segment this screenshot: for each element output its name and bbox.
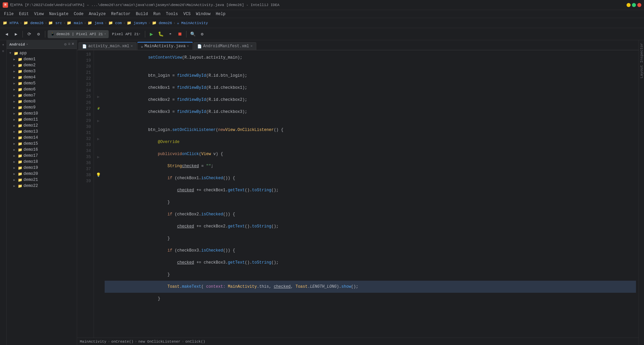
editor-breadcrumb: MainActivity › onCreate() › new OnClickL… <box>77 338 639 345</box>
sync-button[interactable]: ⟳ <box>25 30 33 38</box>
settings2-button[interactable]: ⚙ <box>198 30 206 38</box>
breadcrumb-htpa[interactable]: 📁 HTPA <box>3 21 18 25</box>
code-line-36: checked += checkBox3.getText().toString(… <box>105 257 636 269</box>
favorites-icon[interactable]: ★ <box>0 42 6 48</box>
tab-close-androidmanifest[interactable]: × <box>251 44 253 48</box>
menu-item-help[interactable]: Help <box>213 11 228 17</box>
tab-androidmanifest-xml[interactable]: 📄 AndroidManifest.xml × <box>194 42 256 50</box>
nav-bar: 📁 HTPA › 📁 demo26 › 📁 src › 📁 main › 📁 j… <box>0 18 644 28</box>
code-content[interactable]: setContentView(R.layout.activity_main); … <box>102 50 639 338</box>
tab-activity-main-xml[interactable]: 📄 activity_main.xml × <box>78 42 137 50</box>
left-sidebar-icons: ★ ≡ <box>0 40 7 345</box>
menu-item-window[interactable]: Window <box>193 11 213 17</box>
close-project-icon[interactable]: × <box>72 42 74 47</box>
menu-item-navigate[interactable]: Navigate <box>46 11 71 17</box>
project-header: Android ▾ ⚙ ≡ × <box>7 40 77 49</box>
breadcrumb-listener[interactable]: new OnClickListener <box>138 340 180 344</box>
run-button[interactable]: ▶ <box>148 30 156 38</box>
menu-item-vcs[interactable]: VCS <box>181 11 194 17</box>
menu-item-refactor[interactable]: Refactor <box>108 11 133 17</box>
tree-item-demo19[interactable]: ▶ 📁 demo19 <box>7 165 77 171</box>
project-tree: ▼ 📁 app ▶ 📁 demo1 ▶ 📁 demo2 ▶ 📁 demo3 ▶ <box>7 49 77 345</box>
maximize-button[interactable] <box>632 3 636 7</box>
menu-item-tools[interactable]: Tools <box>163 11 181 17</box>
tree-item-demo22[interactable]: ▶ 📁 demo22 <box>7 183 77 189</box>
menu-item-edit[interactable]: Edit <box>16 11 32 17</box>
search-everywhere-button[interactable]: 🔍 <box>189 30 197 38</box>
code-line-21: checkBox1 = findViewById(R.id.checkbox1)… <box>105 82 636 94</box>
tree-item-demo8[interactable]: ▶ 📁 demo8 <box>7 98 77 105</box>
menu-item-analyze[interactable]: Analyze <box>86 11 108 17</box>
tree-item-demo18[interactable]: ▶ 📁 demo18 <box>7 159 77 165</box>
tab-close-activity-main[interactable]: × <box>130 44 133 48</box>
breadcrumb-demo26b[interactable]: 📁 demo26 <box>152 21 172 25</box>
code-line-37: } <box>105 269 636 281</box>
tree-item-demo7[interactable]: ▶ 📁 demo7 <box>7 92 77 98</box>
tree-item-demo14[interactable]: ▶ 📁 demo14 <box>7 135 77 141</box>
debug-button[interactable]: 🐛 <box>157 30 165 38</box>
menu-item-run[interactable]: Run <box>151 11 163 17</box>
stop-button[interactable]: ⏹ <box>176 30 184 38</box>
code-line-30: checked += checkBox1.getText().toString(… <box>105 184 636 196</box>
tree-item-demo2[interactable]: ▶ 📁 demo2 <box>7 62 77 68</box>
tab-close-mainactivity[interactable]: × <box>187 44 189 48</box>
code-line-18: setContentView(R.layout.activity_main); <box>105 52 636 64</box>
breadcrumb-main[interactable]: 📁 main <box>67 21 83 25</box>
structure-icon[interactable]: ≡ <box>0 48 6 54</box>
menu-item-build[interactable]: Build <box>133 11 151 17</box>
line-numbers: 18 19 20 21 22 23 24 25 26 27 28 29 30 3… <box>77 50 94 338</box>
tree-item-demo16[interactable]: ▶ 📁 demo16 <box>7 147 77 153</box>
tree-item-demo13[interactable]: ▶ 📁 demo13 <box>7 129 77 135</box>
breadcrumb-demo26[interactable]: 📁 demo26 <box>23 21 44 25</box>
tree-item-app[interactable]: ▼ 📁 app <box>7 50 77 56</box>
tree-item-demo9[interactable]: ▶ 📁 demo9 <box>7 105 77 111</box>
breadcrumb-onclick[interactable]: onClick() <box>185 340 205 344</box>
close-button[interactable] <box>637 3 641 7</box>
code-line-35: if (checkBox3.isChecked()) { <box>105 245 636 257</box>
code-line-25: btn_login.setOnClickListener(new View.On… <box>105 124 636 136</box>
breadcrumb-com[interactable]: 📁 com <box>108 21 122 25</box>
menu-item-file[interactable]: File <box>1 11 16 17</box>
code-gutter: ▷ ● ⚙ ▷ ▷ ▷ 💡 <box>94 50 102 338</box>
tree-item-demo15[interactable]: ▶ 📁 demo15 <box>7 141 77 147</box>
code-line-32: if (checkBox2.isChecked()) { <box>105 208 636 220</box>
gear-icon[interactable]: ⚙ <box>64 42 66 47</box>
tree-item-demo3[interactable]: ▶ 📁 demo3 <box>7 68 77 74</box>
forward-button[interactable]: ▶ <box>12 30 20 38</box>
window-controls[interactable] <box>627 3 641 7</box>
breadcrumb-classname[interactable]: MainActivity <box>80 340 106 344</box>
back-button[interactable]: ◀ <box>3 30 11 38</box>
breadcrumb-mainactivity[interactable]: ☕ MainActivity <box>177 21 208 25</box>
coverage-button[interactable]: ☂ <box>166 30 174 38</box>
code-line-39: } <box>105 293 636 305</box>
breadcrumb-jasmyn[interactable]: 📁 jasmyn <box>127 21 147 25</box>
layout-inspector-tab[interactable]: Layout Inspector <box>639 40 644 81</box>
java-file-icon: ☕ <box>141 44 143 49</box>
tree-item-demo1[interactable]: ▶ 📁 demo1 <box>7 56 77 62</box>
breadcrumb-oncreate[interactable]: onCreate() <box>111 340 133 344</box>
tree-item-demo21[interactable]: ▶ 📁 demo21 <box>7 177 77 183</box>
tree-item-demo5[interactable]: ▶ 📁 demo5 <box>7 80 77 86</box>
settings-project-icon[interactable]: ≡ <box>68 42 70 47</box>
tree-item-demo20[interactable]: ▶ 📁 demo20 <box>7 171 77 177</box>
tree-item-demo6[interactable]: ▶ 📁 demo6 <box>7 86 77 92</box>
code-line-27: public void onClick(View v) { <box>105 148 636 160</box>
tab-mainactivity-java[interactable]: ☕ MainActivity.java × <box>137 42 193 50</box>
minimize-button[interactable] <box>627 3 631 7</box>
tree-item-demo11[interactable]: ▶ 📁 demo11 <box>7 117 77 123</box>
tree-item-demo10[interactable]: ▶ 📁 demo10 <box>7 111 77 117</box>
menu-item-code[interactable]: Code <box>71 11 86 17</box>
code-line-31: } <box>105 196 636 208</box>
menu-item-view[interactable]: View <box>32 11 47 17</box>
tree-item-demo12[interactable]: ▶ 📁 demo12 <box>7 123 77 129</box>
tree-item-demo4[interactable]: ▶ 📁 demo4 <box>7 74 77 80</box>
breadcrumb-java[interactable]: 📁 java <box>88 21 103 25</box>
code-line-29: if (checkBox1.isChecked()) { <box>105 172 636 184</box>
code-line-24 <box>105 118 636 124</box>
breadcrumb-src[interactable]: 📁 src <box>48 21 62 25</box>
settings-button[interactable]: ⚙ <box>35 30 43 38</box>
run-config-selector[interactable]: 📱 demo26 | Pixel API 21 ▾ <box>48 30 109 38</box>
tree-item-demo17[interactable]: ▶ 📁 demo17 <box>7 153 77 159</box>
code-line-22: checkBox2 = findViewById(R.id.checkbox2)… <box>105 94 636 106</box>
device-selector[interactable]: Pixel API 21 ▾ <box>110 30 143 38</box>
